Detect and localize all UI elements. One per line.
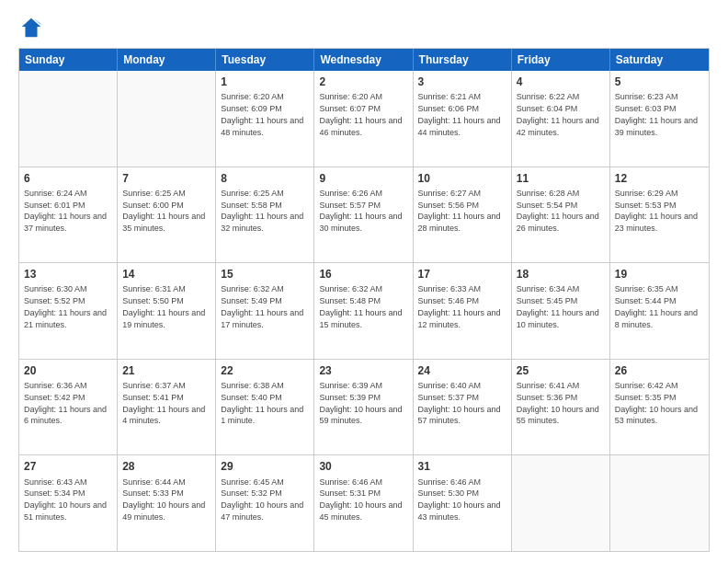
cell-info: Sunrise: 6:33 AM Sunset: 5:46 PM Dayligh…	[418, 284, 501, 328]
day-cell-28: 28Sunrise: 6:44 AM Sunset: 5:33 PM Dayli…	[118, 455, 216, 551]
cell-info: Sunrise: 6:43 AM Sunset: 5:34 PM Dayligh…	[24, 477, 107, 522]
day-header-wednesday: Wednesday	[314, 49, 413, 71]
empty-cell	[610, 455, 709, 551]
day-number: 9	[319, 171, 407, 186]
cell-info: Sunrise: 6:42 AM Sunset: 5:35 PM Dayligh…	[615, 381, 698, 425]
day-cell-20: 20Sunrise: 6:36 AM Sunset: 5:42 PM Dayli…	[19, 360, 118, 455]
day-cell-23: 23Sunrise: 6:39 AM Sunset: 5:39 PM Dayli…	[314, 360, 413, 455]
cell-info: Sunrise: 6:27 AM Sunset: 5:56 PM Dayligh…	[418, 189, 501, 233]
day-number: 26	[615, 363, 704, 378]
day-number: 3	[418, 75, 506, 89]
cell-info: Sunrise: 6:21 AM Sunset: 6:06 PM Dayligh…	[418, 92, 501, 136]
day-cell-4: 4Sunrise: 6:22 AM Sunset: 6:04 PM Daylig…	[512, 71, 610, 167]
day-number: 2	[319, 75, 407, 89]
day-number: 25	[517, 363, 605, 378]
cell-info: Sunrise: 6:25 AM Sunset: 5:58 PM Dayligh…	[221, 189, 303, 233]
day-cell-12: 12Sunrise: 6:29 AM Sunset: 5:53 PM Dayli…	[610, 167, 709, 263]
day-header-thursday: Thursday	[414, 49, 512, 71]
page: SundayMondayTuesdayWednesdayThursdayFrid…	[0, 0, 728, 563]
day-number: 12	[615, 171, 704, 186]
day-header-sunday: Sunday	[19, 49, 118, 71]
day-cell-31: 31Sunrise: 6:46 AM Sunset: 5:30 PM Dayli…	[414, 455, 512, 551]
week-row-3: 13Sunrise: 6:30 AM Sunset: 5:52 PM Dayli…	[19, 262, 709, 359]
day-number: 13	[24, 267, 112, 282]
day-header-saturday: Saturday	[610, 49, 709, 71]
day-cell-2: 2Sunrise: 6:20 AM Sunset: 6:07 PM Daylig…	[314, 71, 413, 167]
day-cell-27: 27Sunrise: 6:43 AM Sunset: 5:34 PM Dayli…	[19, 455, 118, 551]
cell-info: Sunrise: 6:38 AM Sunset: 5:40 PM Dayligh…	[221, 381, 303, 425]
day-number: 4	[517, 75, 605, 89]
day-number: 7	[122, 171, 210, 186]
cell-info: Sunrise: 6:26 AM Sunset: 5:57 PM Dayligh…	[319, 189, 402, 233]
day-number: 6	[24, 171, 112, 186]
day-cell-19: 19Sunrise: 6:35 AM Sunset: 5:44 PM Dayli…	[610, 263, 709, 359]
cell-info: Sunrise: 6:37 AM Sunset: 5:41 PM Dayligh…	[122, 381, 205, 425]
day-cell-26: 26Sunrise: 6:42 AM Sunset: 5:35 PM Dayli…	[610, 360, 709, 455]
day-cell-11: 11Sunrise: 6:28 AM Sunset: 5:54 PM Dayli…	[512, 167, 610, 263]
day-number: 21	[122, 363, 210, 378]
day-number: 31	[418, 459, 506, 474]
day-cell-18: 18Sunrise: 6:34 AM Sunset: 5:45 PM Dayli…	[512, 263, 610, 359]
day-cell-30: 30Sunrise: 6:46 AM Sunset: 5:31 PM Dayli…	[314, 455, 413, 551]
day-number: 28	[122, 459, 210, 474]
empty-cell	[118, 71, 216, 167]
cell-info: Sunrise: 6:22 AM Sunset: 6:04 PM Dayligh…	[517, 92, 599, 136]
cell-info: Sunrise: 6:29 AM Sunset: 5:53 PM Dayligh…	[615, 189, 698, 233]
day-number: 1	[221, 75, 309, 89]
cell-info: Sunrise: 6:41 AM Sunset: 5:36 PM Dayligh…	[517, 381, 599, 425]
day-cell-29: 29Sunrise: 6:45 AM Sunset: 5:32 PM Dayli…	[216, 455, 314, 551]
day-number: 27	[24, 459, 112, 474]
day-number: 16	[319, 267, 407, 282]
header	[18, 15, 710, 40]
day-number: 5	[615, 75, 704, 89]
day-cell-22: 22Sunrise: 6:38 AM Sunset: 5:40 PM Dayli…	[216, 360, 314, 455]
day-cell-15: 15Sunrise: 6:32 AM Sunset: 5:49 PM Dayli…	[216, 263, 314, 359]
logo-icon	[18, 15, 44, 40]
day-cell-25: 25Sunrise: 6:41 AM Sunset: 5:36 PM Dayli…	[512, 360, 610, 455]
day-cell-8: 8Sunrise: 6:25 AM Sunset: 5:58 PM Daylig…	[216, 167, 314, 263]
cell-info: Sunrise: 6:35 AM Sunset: 5:44 PM Dayligh…	[615, 284, 698, 328]
cell-info: Sunrise: 6:36 AM Sunset: 5:42 PM Dayligh…	[24, 381, 107, 425]
day-number: 15	[221, 267, 309, 282]
logo	[18, 15, 48, 40]
cell-info: Sunrise: 6:30 AM Sunset: 5:52 PM Dayligh…	[24, 284, 107, 328]
cell-info: Sunrise: 6:31 AM Sunset: 5:50 PM Dayligh…	[122, 284, 205, 328]
day-number: 24	[418, 363, 506, 378]
week-row-1: 1Sunrise: 6:20 AM Sunset: 6:09 PM Daylig…	[19, 71, 709, 167]
empty-cell	[512, 455, 610, 551]
cell-info: Sunrise: 6:20 AM Sunset: 6:09 PM Dayligh…	[221, 92, 303, 136]
cell-info: Sunrise: 6:45 AM Sunset: 5:32 PM Dayligh…	[221, 477, 303, 522]
empty-cell	[19, 71, 118, 167]
day-cell-24: 24Sunrise: 6:40 AM Sunset: 5:37 PM Dayli…	[414, 360, 512, 455]
day-cell-7: 7Sunrise: 6:25 AM Sunset: 6:00 PM Daylig…	[118, 167, 216, 263]
day-number: 10	[418, 171, 506, 186]
day-number: 29	[221, 459, 309, 474]
cell-info: Sunrise: 6:25 AM Sunset: 6:00 PM Dayligh…	[122, 189, 205, 233]
day-header-friday: Friday	[512, 49, 610, 71]
day-number: 23	[319, 363, 407, 378]
cell-info: Sunrise: 6:46 AM Sunset: 5:30 PM Dayligh…	[418, 477, 501, 522]
week-row-4: 20Sunrise: 6:36 AM Sunset: 5:42 PM Dayli…	[19, 359, 709, 455]
cell-info: Sunrise: 6:46 AM Sunset: 5:31 PM Dayligh…	[319, 477, 402, 522]
cell-info: Sunrise: 6:28 AM Sunset: 5:54 PM Dayligh…	[517, 189, 599, 233]
day-cell-16: 16Sunrise: 6:32 AM Sunset: 5:48 PM Dayli…	[314, 263, 413, 359]
cell-info: Sunrise: 6:23 AM Sunset: 6:03 PM Dayligh…	[615, 92, 698, 136]
day-number: 19	[615, 267, 704, 282]
cell-info: Sunrise: 6:24 AM Sunset: 6:01 PM Dayligh…	[24, 189, 107, 233]
day-header-tuesday: Tuesday	[216, 49, 314, 71]
day-number: 8	[221, 171, 309, 186]
calendar: SundayMondayTuesdayWednesdayThursdayFrid…	[18, 48, 710, 552]
day-number: 20	[24, 363, 112, 378]
day-cell-5: 5Sunrise: 6:23 AM Sunset: 6:03 PM Daylig…	[610, 71, 709, 167]
cell-info: Sunrise: 6:32 AM Sunset: 5:48 PM Dayligh…	[319, 284, 402, 328]
cell-info: Sunrise: 6:40 AM Sunset: 5:37 PM Dayligh…	[418, 381, 501, 425]
day-cell-6: 6Sunrise: 6:24 AM Sunset: 6:01 PM Daylig…	[19, 167, 118, 263]
cell-info: Sunrise: 6:34 AM Sunset: 5:45 PM Dayligh…	[517, 284, 599, 328]
day-number: 22	[221, 363, 309, 378]
cell-info: Sunrise: 6:32 AM Sunset: 5:49 PM Dayligh…	[221, 284, 303, 328]
day-number: 11	[517, 171, 605, 186]
day-cell-21: 21Sunrise: 6:37 AM Sunset: 5:41 PM Dayli…	[118, 360, 216, 455]
cell-info: Sunrise: 6:39 AM Sunset: 5:39 PM Dayligh…	[319, 381, 402, 425]
day-cell-14: 14Sunrise: 6:31 AM Sunset: 5:50 PM Dayli…	[118, 263, 216, 359]
day-number: 18	[517, 267, 605, 282]
